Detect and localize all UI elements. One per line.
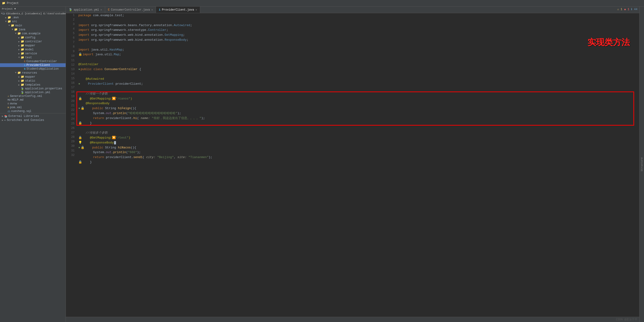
folder-icon-mapper: 📁: [21, 44, 24, 47]
code-area[interactable]: package com.example.test; import org.spr…: [76, 13, 639, 317]
gutter-12: ●: [78, 67, 80, 72]
arrow-genconfig: ▶: [4, 95, 8, 98]
tree-item-static[interactable]: ▶ 📁 static: [0, 79, 66, 83]
tab-bar: 🍃 application.yml ✕ C ConsumerController…: [66, 6, 639, 13]
lock-icon-26: 🔒: [78, 136, 82, 140]
sidebar-bottom: ▶ 📚 External Libraries ▶ ✏️ Scratches an…: [0, 113, 66, 123]
code-line-1: package com.example.test;: [78, 13, 639, 18]
folder-icon-comexample: 📁: [18, 32, 21, 35]
err-icon: ▲ 1: [624, 8, 630, 11]
bottom-bar: CSDN @君汝于平: [66, 317, 639, 322]
editor-content[interactable]: 实现类方法 1 2 3 4 5 6 7 8 9 10 11 12 13 14 1…: [66, 13, 639, 317]
folder-icon-src: 📁: [8, 20, 11, 23]
tab-yml-close[interactable]: ✕: [100, 8, 102, 11]
code-line-4: import org.springframework.stereotype.Co…: [78, 28, 639, 33]
code-line-5: import org.springframework.web.bind.anno…: [78, 33, 639, 38]
tree-item-genconfig[interactable]: ▶ ⚡ GeneratorConfig.xml: [0, 94, 66, 98]
gutter-20a: ●: [78, 106, 80, 111]
code-line-21: System.out.println("哈哈哈哈哈哈哈哈哈哈哈哈哈哈哈");: [78, 111, 639, 116]
tree-item-model[interactable]: ▶ 📁 model: [0, 48, 66, 52]
config-label: config: [25, 36, 35, 39]
gutter-28a: ●: [78, 145, 80, 150]
folder-icon-test: 📁: [21, 56, 24, 59]
folder-icon-java: 📁: [14, 28, 18, 31]
tree-item-root[interactable]: ▼ 🗂 CStudents_C [cstudents] E:\test\cstu…: [0, 12, 66, 16]
code-line-22: return providerClient.hi( name: "你好，我这边发…: [78, 116, 639, 121]
tree-item-appyml[interactable]: ▶ 🍃 application.yml: [0, 90, 66, 94]
tab-consumer-label: ConsumerController.java: [111, 8, 150, 12]
cursor: [114, 141, 116, 144]
arrow-mvnw: ▶: [4, 102, 8, 105]
tree-item-mvn[interactable]: ▶ 📁 .mvn: [0, 16, 66, 20]
code-line-12: ● public class ConsumerController {: [78, 67, 639, 72]
sidebar: Project ▼ ▼ 🗂 CStudents_C [cstudents] E:…: [0, 6, 66, 322]
code-line-23: 🔒 }: [78, 121, 639, 126]
java-c-icon-consumer: C: [24, 60, 26, 63]
resources-label: resources: [22, 71, 37, 74]
tree-item-config[interactable]: ▶ 📁 config: [0, 36, 66, 40]
mapper2-label: mapper: [25, 75, 35, 78]
tree-item-appprops[interactable]: ▶ 🍃 application.properties: [0, 87, 66, 90]
tree-item-consumercont[interactable]: ▶ C ConsumerController: [0, 60, 66, 63]
code-line-3: import org.springframework.beans.factory…: [78, 23, 639, 28]
tab-consumer[interactable]: C ConsumerController.java ✕: [105, 6, 156, 13]
main-label: main: [15, 24, 22, 27]
tab-yml-icon: 🍃: [69, 8, 72, 12]
lock-icon-31: 🔒: [78, 160, 82, 165]
arrow-studentsapp: ▶: [21, 68, 24, 70]
xml-icon-pom: m: [8, 106, 9, 109]
tree-item-main[interactable]: ▼ 📁 main: [0, 24, 66, 28]
tree-item-mapper[interactable]: ▶ 📁 mapper: [0, 44, 66, 48]
code-line-6: import org.springframework.web.bind.anno…: [78, 38, 639, 42]
tab-consumer-close[interactable]: ✕: [152, 8, 153, 11]
code-line-30: return providerClient.send1( city: "Beij…: [78, 155, 639, 160]
structure-panel[interactable]: Structure: [639, 6, 644, 322]
tree-item-pom[interactable]: ▶ m pom.xml: [0, 106, 66, 109]
file-icon-mvnw: m: [8, 102, 9, 105]
mvn-label: .mvn: [12, 16, 19, 19]
arrow-config: ▶: [18, 36, 21, 39]
tab-yml[interactable]: 🍃 application.yml ✕: [66, 6, 105, 13]
tree-item-sql[interactable]: ▶ 🗃 xuesheng.sql: [0, 109, 66, 113]
tree-item-controller[interactable]: ▶ 📁 controller: [0, 40, 66, 44]
java-i-icon-provider: i: [24, 64, 26, 66]
tab-provider[interactable]: i ProviderClient.java ✕: [156, 6, 200, 13]
arrow-main: ▼: [8, 24, 11, 27]
tree-item-templates[interactable]: ▶ 📁 templates: [0, 83, 66, 87]
arrow-extlibs: ▶: [1, 115, 4, 118]
tree-item-mvnw[interactable]: ▶ m mvnw: [0, 102, 66, 106]
tab-provider-close[interactable]: ✕: [196, 8, 197, 11]
tree-item-help[interactable]: ▶ MD HELP.md: [0, 98, 66, 102]
sidebar-tree[interactable]: ▼ 🗂 CStudents_C [cstudents] E:\test\cstu…: [0, 12, 66, 322]
code-line-15: ● ProviderClient providerClient;: [78, 82, 639, 86]
tree-item-comexample[interactable]: ▼ 📁 com.example: [0, 32, 66, 36]
tree-item-test[interactable]: ▼ 📁 test: [0, 56, 66, 60]
service-label: service: [25, 52, 37, 55]
root-icon: 🗂: [2, 12, 5, 15]
scratches-icon: ✏️: [4, 118, 6, 122]
sql-icon: 🗃: [8, 110, 10, 113]
tree-item-extlibs[interactable]: ▶ 📚 External Libraries: [0, 114, 66, 118]
chinese-label: 实现类方法: [588, 37, 630, 48]
code-line-18: 🔒 @GetMapping(🔽"/canos"): [78, 96, 639, 101]
tree-item-src[interactable]: ▼ 📁 src: [0, 20, 66, 24]
arrow-help: ▶: [4, 98, 8, 101]
arrow-appyml: ▶: [18, 91, 21, 94]
tree-item-studentsapp[interactable]: ▶ S StudentsApplication: [0, 67, 66, 71]
arrow-templates: ▶: [18, 84, 21, 86]
test-label: test: [25, 56, 32, 59]
comexample-label: com.example: [22, 32, 40, 35]
tree-item-mapper2[interactable]: ▶ 📁 mapper: [0, 75, 66, 79]
tree-item-resources[interactable]: ▼ 📁 resources: [0, 71, 66, 75]
tree-item-service[interactable]: ▶ 📁 service: [0, 52, 66, 56]
info-count: ℹ 44: [631, 8, 638, 11]
tree-item-java[interactable]: ▼ 📁 java: [0, 28, 66, 32]
title-bar: 📁 Project: [0, 0, 644, 6]
code-line-8: import java.util.HashMap;: [78, 48, 639, 52]
lock-icon-18: 🔒: [78, 96, 82, 101]
tree-item-providerclient[interactable]: ▶ i ProviderClient: [0, 63, 66, 67]
tree-item-scratches[interactable]: ▶ ✏️ Scratches and Consoles: [0, 118, 66, 122]
arrow-sql: ▶: [4, 110, 8, 113]
root-label: CStudents_C [cstudents] E:\test\cstudent…: [6, 12, 66, 15]
arrow-model: ▶: [18, 48, 21, 51]
